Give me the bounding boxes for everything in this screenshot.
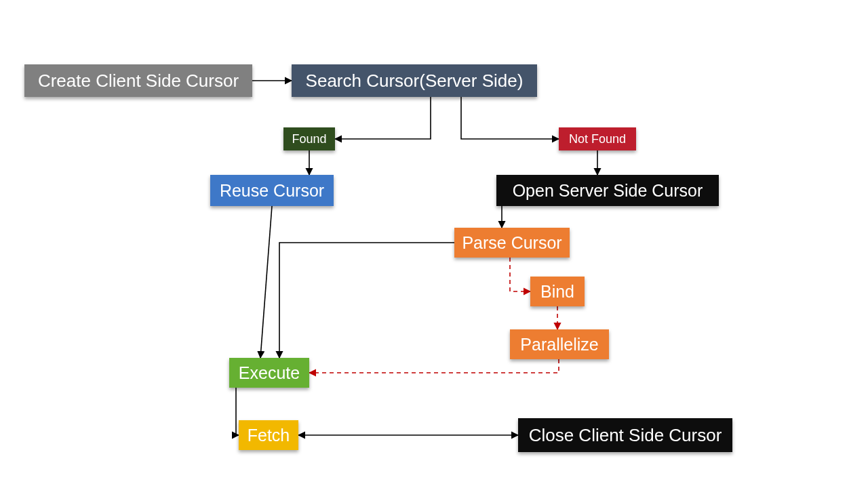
node-execute: Execute [229, 358, 309, 388]
diagram-canvas: Create Client Side CursorSearch Cursor(S… [0, 0, 868, 488]
node-label: Open Server Side Cursor [513, 181, 703, 201]
node-bind: Bind [530, 277, 585, 306]
node-label: Parse Cursor [462, 233, 561, 253]
node-label: Parallelize [520, 335, 598, 354]
node-close: Close Client Side Cursor [518, 418, 732, 452]
node-label: Execute [239, 363, 300, 383]
node-openserver: Open Server Side Cursor [496, 175, 719, 206]
edge [279, 243, 454, 358]
node-fetch: Fetch [239, 420, 298, 450]
node-label: Reuse Cursor [220, 181, 324, 201]
node-label: Not Found [569, 132, 626, 146]
node-label: Fetch [248, 426, 290, 445]
node-reuse: Reuse Cursor [210, 175, 334, 206]
node-found: Found [283, 127, 335, 150]
edge [309, 359, 559, 373]
node-create: Create Client Side Cursor [24, 64, 252, 97]
node-label: Found [292, 132, 326, 146]
node-notfound: Not Found [559, 127, 636, 150]
node-search: Search Cursor(Server Side) [292, 64, 537, 97]
node-label: Close Client Side Cursor [529, 425, 722, 446]
edge [260, 206, 272, 358]
edge [335, 97, 431, 139]
node-parallel: Parallelize [510, 329, 609, 359]
edge [510, 258, 530, 291]
node-parse: Parse Cursor [454, 228, 570, 258]
edge [461, 97, 559, 139]
node-label: Search Cursor(Server Side) [306, 70, 524, 92]
node-label: Bind [540, 282, 574, 302]
node-label: Create Client Side Cursor [38, 70, 239, 92]
